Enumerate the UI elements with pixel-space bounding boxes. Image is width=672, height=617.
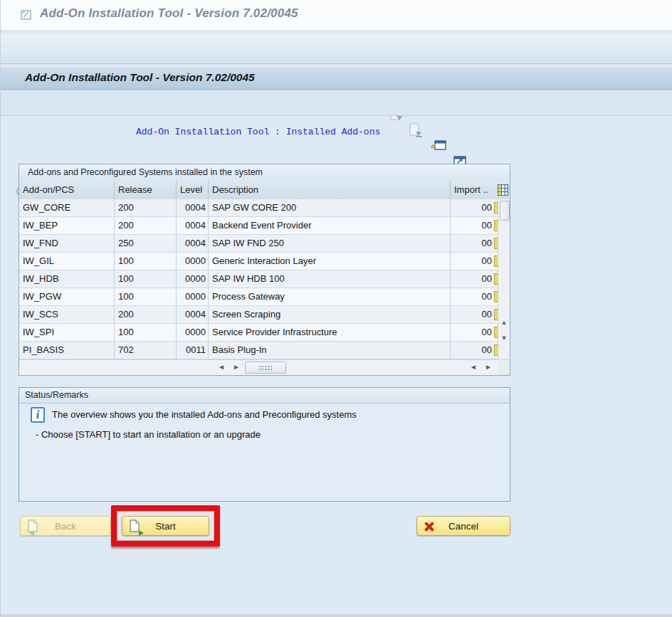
screen-titlebar: Add-On Installation Tool - Version 7.02/…: [1, 66, 672, 91]
table-cell: 00: [451, 306, 498, 323]
page-back-icon: [26, 520, 38, 533]
table-cell: 0000: [177, 324, 209, 341]
scroll-down-icon[interactable]: ▼: [498, 334, 510, 342]
addon-table-header: Add-on/PCS Release Level Description Imp…: [19, 181, 510, 200]
status-panel-title: Status/Remarks: [19, 388, 510, 404]
standard-toolbar: ✓ ▼ « « «: [1, 34, 672, 64]
table-cell: 0000: [177, 288, 209, 305]
status-line: The overview shows you the installed Add…: [52, 409, 357, 420]
table-cell: SAP GW CORE 200: [209, 199, 451, 216]
table-cell: 200: [115, 306, 177, 323]
table-cell: GW_CORE: [19, 199, 115, 216]
table-cell: IW_FND: [19, 235, 115, 252]
new-session-icon[interactable]: *: [432, 137, 448, 153]
table-row[interactable]: GW_CORE2000004SAP GW CORE 20000: [19, 199, 498, 217]
info-icon: i: [31, 407, 45, 423]
vertical-scrollbar-thumb[interactable]: [500, 201, 510, 221]
table-cell: 0004: [177, 217, 209, 234]
table-cell: 00: [451, 253, 498, 270]
table-cell: IW_GIL: [19, 253, 115, 270]
scrollbar-corner: [498, 359, 510, 375]
table-row[interactable]: IW_SCS2000004Screen Scraping00: [19, 306, 498, 324]
scroll-up-icon[interactable]: ▲: [498, 319, 510, 326]
table-row[interactable]: IW_GIL1000000Generic Interaction Layer00: [19, 253, 498, 270]
dialog-window-icon: [19, 8, 33, 22]
table-row[interactable]: IW_FND2500004SAP IW FND 25000: [19, 235, 498, 253]
annotation-highlight-box: [111, 505, 220, 547]
column-header-description[interactable]: Description: [209, 181, 451, 199]
window-title: Add-On Installation Tool - Version 7.02/…: [40, 6, 298, 21]
addon-table-panel: Add-ons and Preconfigured Systems instal…: [19, 164, 510, 376]
column-header-addon-pcs[interactable]: Add-on/PCS: [19, 181, 115, 199]
cancel-button-label: Cancel: [448, 521, 478, 532]
table-row[interactable]: PI_BASIS7020011Basis Plug-In00: [19, 342, 498, 359]
table-cell: 200: [115, 217, 177, 234]
sap-window: Add-On Installation Tool - Version 7.02/…: [0, 0, 672, 617]
table-cell: 702: [115, 342, 177, 359]
table-cell: 0011: [177, 342, 209, 359]
addon-table-rows: GW_CORE2000004SAP GW CORE 20000IW_BEP200…: [19, 199, 498, 359]
table-cell: 00: [451, 270, 498, 288]
table-cell: 100: [115, 288, 177, 305]
table-cell: Backend Event Provider: [209, 217, 451, 234]
cancel-x-icon: [424, 522, 434, 531]
status-line: - Choose [START] to start an installatio…: [36, 429, 261, 440]
last-page-icon[interactable]: [406, 122, 422, 137]
column-header-level[interactable]: Level: [177, 181, 209, 199]
table-cell: PI_BASIS: [19, 342, 115, 359]
table-cell: 0004: [177, 235, 209, 252]
table-cell: Basis Plug-In: [209, 342, 451, 359]
column-header-release[interactable]: Release: [115, 181, 177, 199]
table-cell: 00: [451, 199, 498, 216]
table-cell: 0000: [177, 270, 209, 288]
addon-table-title: Add-ons and Preconfigured Systems instal…: [19, 164, 510, 181]
table-cell: Generic Interaction Layer: [209, 253, 451, 270]
table-cell: 100: [115, 253, 177, 270]
table-cell: 00: [451, 324, 498, 341]
application-toolbar: ? i: [1, 90, 672, 116]
table-cell: 100: [115, 324, 177, 341]
table-cell: Screen Scraping: [209, 306, 451, 323]
horizontal-scrollbar[interactable]: ◄ ► ◄ ►: [19, 359, 498, 375]
table-row[interactable]: IW_BEP2000004Backend Event Provider00: [19, 217, 498, 235]
table-cell: IW_SPI: [19, 324, 115, 341]
table-cell: IW_BEP: [19, 217, 115, 234]
screen-title: Add-On Installation Tool - Version 7.02/…: [25, 71, 255, 84]
table-cell: IW_PGW: [19, 288, 115, 305]
table-cell: IW_SCS: [19, 306, 115, 323]
table-cell: 00: [451, 217, 498, 234]
table-cell: IW_HDB: [19, 270, 115, 288]
column-header-import[interactable]: Import ..: [451, 181, 498, 199]
table-cell: Process Gateway: [209, 288, 451, 305]
page-heading: Add-On Installation Tool : Installed Add…: [136, 127, 380, 137]
table-cell: 00: [451, 342, 498, 359]
table-cell: 00: [451, 235, 498, 252]
table-cell: SAP IW FND 250: [209, 235, 451, 252]
scroll-right-icon[interactable]: ►: [485, 363, 492, 371]
back-button[interactable]: Back: [20, 516, 111, 536]
table-row[interactable]: IW_SPI1000000Service Provider Infrastruc…: [19, 324, 498, 342]
vertical-scrollbar[interactable]: ▲ ▼: [498, 199, 510, 359]
scroll-right-icon[interactable]: ►: [233, 363, 240, 371]
table-cell: 0004: [177, 199, 209, 216]
table-cell: 0004: [177, 306, 209, 323]
table-cell: 100: [115, 270, 177, 288]
table-row[interactable]: IW_HDB1000000SAP IW HDB 10000: [19, 270, 498, 288]
scroll-left-icon[interactable]: ◄: [470, 363, 477, 371]
table-settings-icon[interactable]: [498, 184, 508, 199]
table-cell: 200: [115, 199, 177, 216]
back-button-label: Back: [55, 521, 76, 532]
window-titlebar: Add-On Installation Tool - Version 7.02/…: [1, 0, 672, 31]
table-cell: 0000: [177, 253, 209, 270]
table-cell: SAP IW HDB 100: [209, 270, 451, 288]
cancel-button[interactable]: Cancel: [416, 516, 510, 536]
scroll-left-icon[interactable]: ◄: [218, 363, 225, 371]
table-row[interactable]: IW_PGW1000000Process Gateway00: [19, 288, 498, 306]
table-cell: 250: [115, 235, 177, 252]
horizontal-scrollbar-thumb[interactable]: [245, 362, 286, 374]
table-cell: 00: [451, 288, 498, 305]
table-cell: Service Provider Infrastructure: [209, 324, 451, 341]
status-panel: Status/Remarks i The overview shows you …: [19, 387, 510, 502]
